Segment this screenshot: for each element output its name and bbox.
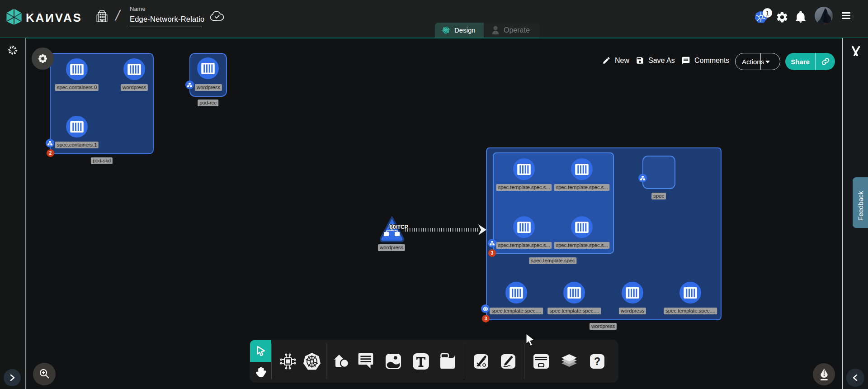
svg-text:?: ?: [594, 356, 600, 367]
svg-text:1: 1: [765, 9, 769, 17]
